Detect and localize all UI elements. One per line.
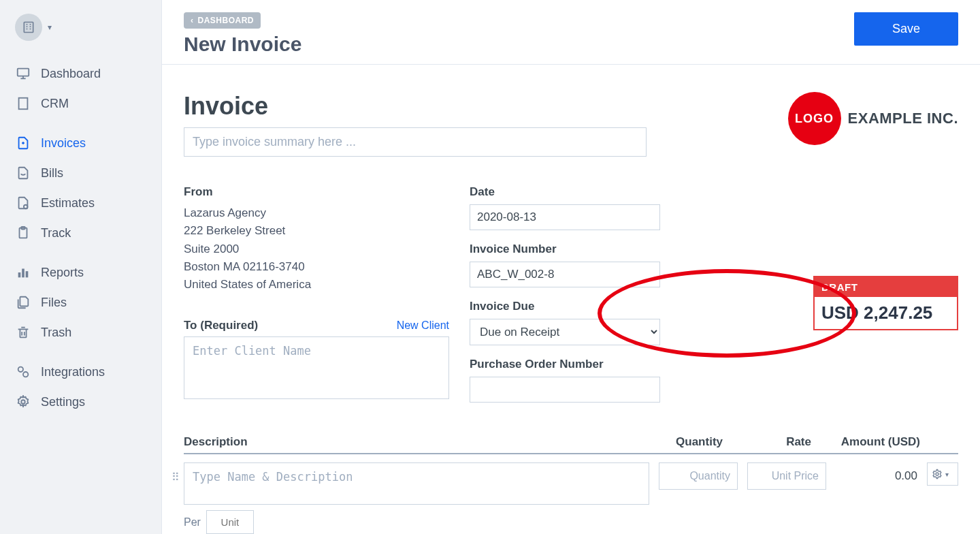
org-switcher-icon[interactable] <box>15 14 42 41</box>
chevron-down-icon[interactable]: ▾ <box>48 22 52 32</box>
content-area: Invoice LOGO EXAMPLE INC. From Lazarus A… <box>162 65 980 534</box>
col-quantity: Quantity <box>634 435 723 449</box>
clipboard-icon <box>15 225 31 241</box>
col-rate: Rate <box>723 435 811 449</box>
save-button[interactable]: Save <box>854 12 958 46</box>
sidebar-item-label: Estimates <box>41 196 95 210</box>
monitor-icon <box>15 65 31 82</box>
sidebar-item-label: Bills <box>41 166 63 180</box>
to-label: To (Required) <box>184 319 258 332</box>
line-item-row: ⠿ 0.00 ▾ <box>184 462 958 505</box>
gear-icon <box>932 469 943 480</box>
sidebar-item-label: Dashboard <box>41 67 101 81</box>
summary-input[interactable] <box>184 127 647 157</box>
total-box: DRAFT USD 2,247.25 <box>813 276 958 330</box>
line-description-input[interactable] <box>184 462 649 505</box>
invoice-icon <box>15 135 31 151</box>
draft-badge: DRAFT <box>815 277 957 297</box>
svg-point-28 <box>23 372 28 377</box>
page-title: New Invoice <box>184 33 301 56</box>
sidebar: ▾ Dashboard CRM Invoices Bills <box>0 0 162 534</box>
invoice-due-select[interactable]: Due on Receipt <box>470 319 660 345</box>
invoice-total: USD 2,247.25 <box>815 297 957 329</box>
invoice-due-label: Invoice Due <box>470 300 660 313</box>
main-content: ‹ DASHBOARD New Invoice Save Invoice LOG… <box>162 0 980 534</box>
svg-rect-23 <box>22 269 24 278</box>
sidebar-item-estimates[interactable]: Estimates <box>0 188 161 218</box>
chevron-down-icon: ▾ <box>945 471 949 478</box>
estimate-icon <box>15 195 31 211</box>
sidebar-item-label: Trash <box>41 326 71 340</box>
sidebar-item-dashboard[interactable]: Dashboard <box>0 59 161 89</box>
per-unit-row: Per <box>184 510 836 534</box>
sidebar-item-trash[interactable]: Trash <box>0 317 161 347</box>
files-icon <box>15 294 31 311</box>
drag-handle-icon[interactable]: ⠿ <box>172 471 180 484</box>
svg-rect-10 <box>19 98 28 110</box>
sidebar-item-label: CRM <box>41 97 69 111</box>
gear-icon <box>15 394 31 410</box>
svg-point-30 <box>936 473 938 475</box>
sidebar-item-integrations[interactable]: Integrations <box>0 357 161 387</box>
company-name: EXAMPLE INC. <box>848 110 958 127</box>
line-options-button[interactable]: ▾ <box>927 462 958 486</box>
sidebar-item-label: Files <box>41 296 67 310</box>
svg-rect-0 <box>24 22 33 33</box>
svg-point-29 <box>21 400 25 404</box>
date-input[interactable] <box>470 204 660 230</box>
sidebar-item-invoices[interactable]: Invoices <box>0 128 161 158</box>
invoice-number-input[interactable] <box>470 262 660 287</box>
line-rate-input[interactable] <box>747 462 826 490</box>
from-label: From <box>184 185 449 199</box>
sidebar-item-label: Invoices <box>41 136 86 151</box>
col-description: Description <box>184 435 634 449</box>
bill-icon <box>15 165 31 181</box>
invoice-number-label: Invoice Number <box>470 242 660 256</box>
col-amount: Amount (USD) <box>811 435 920 449</box>
sidebar-item-track[interactable]: Track <box>0 218 161 248</box>
po-input[interactable] <box>470 377 660 403</box>
link-icon <box>15 364 31 380</box>
trash-icon <box>15 324 31 341</box>
bar-chart-icon <box>15 264 31 281</box>
sidebar-item-bills[interactable]: Bills <box>0 158 161 188</box>
svg-rect-22 <box>18 272 21 277</box>
new-client-link[interactable]: New Client <box>397 319 449 332</box>
svg-point-27 <box>18 367 23 372</box>
logo-area[interactable]: LOGO EXAMPLE INC. <box>788 92 958 145</box>
invoice-heading: Invoice <box>184 92 647 121</box>
building-icon <box>15 95 31 112</box>
sidebar-item-settings[interactable]: Settings <box>0 387 161 417</box>
line-amount: 0.00 <box>836 462 917 483</box>
line-quantity-input[interactable] <box>659 462 738 490</box>
svg-point-19 <box>24 205 27 209</box>
logo-icon: LOGO <box>788 92 841 145</box>
line-items-header: Description Quantity Rate Amount (USD) <box>184 435 958 454</box>
svg-rect-24 <box>26 271 29 277</box>
sidebar-item-reports[interactable]: Reports <box>0 257 161 287</box>
po-label: Purchase Order Number <box>470 358 660 371</box>
date-label: Date <box>470 185 660 199</box>
unit-input[interactable] <box>206 510 254 534</box>
from-address: Lazarus Agency 222 Berkeley Street Suite… <box>184 204 449 294</box>
svg-rect-7 <box>18 69 29 76</box>
topbar: ‹ DASHBOARD New Invoice Save <box>162 0 980 65</box>
sidebar-item-label: Settings <box>41 395 85 409</box>
sidebar-item-label: Integrations <box>41 365 105 379</box>
per-label: Per <box>184 516 201 529</box>
sidebar-item-crm[interactable]: CRM <box>0 89 161 119</box>
breadcrumb-back[interactable]: ‹ DASHBOARD <box>184 12 261 29</box>
sidebar-item-label: Track <box>41 226 71 240</box>
chevron-left-icon: ‹ <box>191 16 194 25</box>
sidebar-item-files[interactable]: Files <box>0 287 161 317</box>
sidebar-item-label: Reports <box>41 266 84 280</box>
client-input[interactable] <box>184 336 449 399</box>
